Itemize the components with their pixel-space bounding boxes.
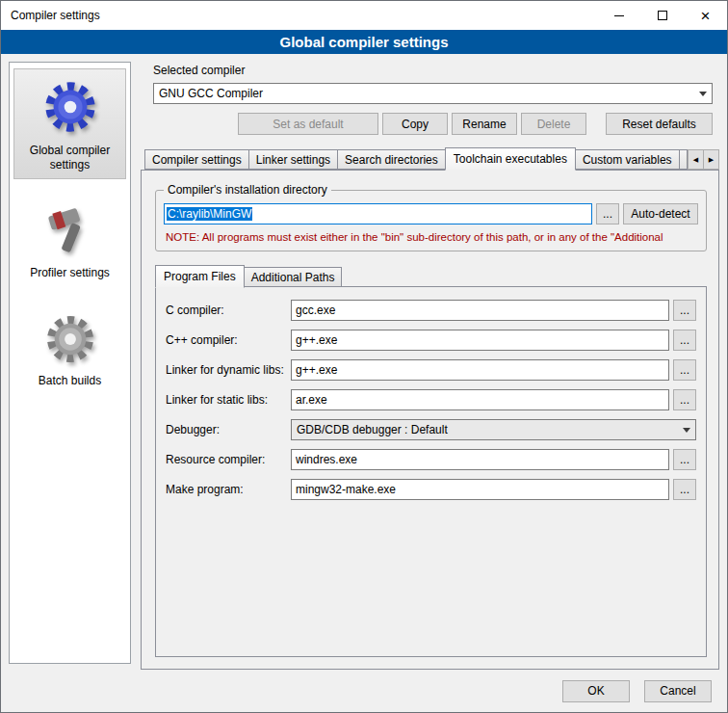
debugger-row: Debugger: GDB/CDB debugger : Default xyxy=(166,419,696,440)
sidebar-item-global-compiler-settings[interactable]: Global compiler settings xyxy=(13,68,126,179)
set-as-default-button: Set as default xyxy=(238,113,378,135)
maximize-icon xyxy=(658,11,667,20)
c-compiler-browse-button[interactable]: ... xyxy=(673,300,696,321)
resource-compiler-label: Resource compiler: xyxy=(166,453,291,466)
tab-scroll-left-button[interactable]: ◀ xyxy=(688,149,704,170)
tab-search-directories[interactable]: Search directories xyxy=(337,149,446,170)
linker-static-browse-button[interactable]: ... xyxy=(673,389,696,410)
resource-compiler-row: Resource compiler: ... xyxy=(166,449,696,470)
gear-blue-icon xyxy=(40,77,100,137)
maximize-button[interactable] xyxy=(640,1,684,30)
auto-detect-button[interactable]: Auto-detect xyxy=(623,203,698,224)
linker-static-row: Linker for static libs: ... xyxy=(166,389,696,410)
dialog-body: Global compiler settings Profiler settin… xyxy=(1,54,727,670)
linker-dynamic-row: Linker for dynamic libs: ... xyxy=(166,359,696,381)
page-title: Global compiler settings xyxy=(1,30,727,54)
install-dir-selected-text: C:\raylib\MinGW xyxy=(167,207,252,221)
tab-scroll-right-button[interactable]: ▶ xyxy=(703,149,719,170)
profiler-hammer-icon xyxy=(42,203,98,259)
cpp-compiler-browse-button[interactable]: ... xyxy=(673,330,696,351)
resource-compiler-input[interactable] xyxy=(291,449,669,470)
minimize-button[interactable] xyxy=(597,1,640,30)
tab-program-files[interactable]: Program Files xyxy=(155,265,245,288)
rename-button[interactable]: Rename xyxy=(452,113,517,135)
tab-build-options[interactable]: Build xyxy=(679,149,688,170)
debugger-value: GDB/CDB debugger : Default xyxy=(297,423,679,436)
install-dir-input[interactable]: C:\raylib\MinGW xyxy=(164,203,592,224)
sidebar-item-label: Profiler settings xyxy=(30,266,110,280)
debugger-label: Debugger: xyxy=(166,423,291,436)
make-program-browse-button[interactable]: ... xyxy=(673,479,696,500)
program-files-tabstrip: Program Files Additional Paths xyxy=(155,265,707,287)
titlebar: Compiler settings × xyxy=(1,1,727,30)
c-compiler-label: C compiler: xyxy=(166,304,291,317)
cancel-button[interactable]: Cancel xyxy=(644,680,712,702)
selected-compiler-dropdown[interactable]: GNU GCC Compiler xyxy=(153,83,713,104)
chevron-down-icon xyxy=(683,428,690,433)
main-panel: Selected compiler GNU GCC Compiler Set a… xyxy=(141,62,719,670)
sidebar-item-profiler-settings[interactable]: Profiler settings xyxy=(13,195,126,287)
minimize-icon xyxy=(614,15,624,16)
sidebar-item-label: Global compiler settings xyxy=(16,144,123,172)
copy-button[interactable]: Copy xyxy=(382,113,448,135)
make-program-input[interactable] xyxy=(291,479,669,500)
chevron-down-icon xyxy=(699,92,707,96)
tab-toolchain-executables[interactable]: Toolchain executables xyxy=(445,147,576,171)
compiler-settings-window: Compiler settings × Global compiler sett… xyxy=(0,0,728,713)
tab-scroll-arrows: ◀ ▶ xyxy=(688,149,719,170)
bin-subdirectory-note: NOTE: All programs must exist either in … xyxy=(166,231,698,243)
program-files-panel: C compiler: ... C++ compiler: ... Linker… xyxy=(155,286,707,657)
linker-dynamic-label: Linker for dynamic libs: xyxy=(166,363,291,377)
cpp-compiler-input[interactable] xyxy=(291,330,669,351)
tab-linker-settings[interactable]: Linker settings xyxy=(248,149,338,170)
selected-compiler-label: Selected compiler xyxy=(153,64,713,77)
linker-dynamic-input[interactable] xyxy=(291,359,669,381)
cpp-compiler-label: C++ compiler: xyxy=(166,333,291,347)
debugger-dropdown[interactable]: GDB/CDB debugger : Default xyxy=(291,419,696,440)
installation-directory-row: C:\raylib\MinGW ... Auto-detect xyxy=(164,203,698,224)
close-button[interactable]: × xyxy=(684,1,727,30)
compiler-actions: Set as default Copy Rename Delete Reset … xyxy=(153,113,713,135)
linker-dynamic-browse-button[interactable]: ... xyxy=(673,359,696,381)
installation-directory-group-title: Compiler's installation directory xyxy=(164,183,331,197)
linker-static-label: Linker for static libs: xyxy=(166,393,291,407)
make-program-label: Make program: xyxy=(166,483,291,496)
reset-defaults-button[interactable]: Reset defaults xyxy=(606,113,713,135)
tab-compiler-settings[interactable]: Compiler settings xyxy=(144,149,249,170)
c-compiler-row: C compiler: ... xyxy=(166,300,696,321)
resource-compiler-browse-button[interactable]: ... xyxy=(673,449,696,470)
tab-custom-variables[interactable]: Custom variables xyxy=(575,149,680,170)
installation-directory-group: Compiler's installation directory C:\ray… xyxy=(155,190,707,251)
settings-sidebar: Global compiler settings Profiler settin… xyxy=(9,62,131,664)
cpp-compiler-row: C++ compiler: ... xyxy=(166,330,696,351)
tab-additional-paths[interactable]: Additional Paths xyxy=(244,267,343,287)
dialog-footer: OK Cancel xyxy=(1,670,727,712)
gear-gray-icon xyxy=(42,311,98,367)
sidebar-item-batch-builds[interactable]: Batch builds xyxy=(13,303,126,395)
toolchain-executables-page: Compiler's installation directory C:\ray… xyxy=(141,170,719,670)
settings-tabstrip: Compiler settings Linker settings Search… xyxy=(144,147,719,170)
close-icon: × xyxy=(701,8,711,24)
linker-static-input[interactable] xyxy=(291,389,669,410)
delete-button: Delete xyxy=(521,113,586,135)
window-title: Compiler settings xyxy=(1,9,597,22)
sidebar-item-label: Batch builds xyxy=(39,374,101,388)
ok-button[interactable]: OK xyxy=(562,680,630,702)
selected-compiler-value: GNU GCC Compiler xyxy=(159,87,695,100)
install-dir-browse-button[interactable]: ... xyxy=(596,203,619,224)
c-compiler-input[interactable] xyxy=(291,300,669,321)
make-program-row: Make program: ... xyxy=(166,479,696,500)
